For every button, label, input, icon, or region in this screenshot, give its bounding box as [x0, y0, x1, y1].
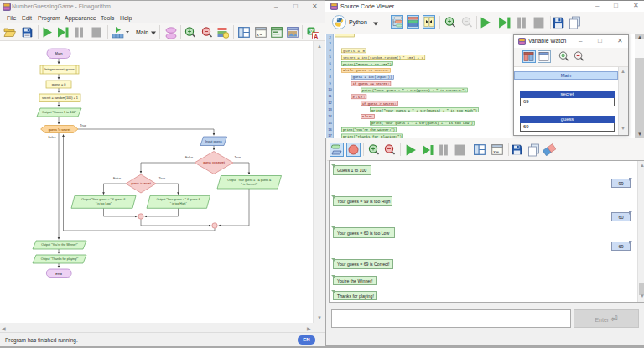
- svg-text:16: 16: [328, 127, 332, 132]
- svg-text:Input guess: Input guess: [205, 140, 222, 143]
- svg-text:7: 7: [329, 68, 331, 72]
- svg-text:if guess > secret:: if guess > secret:: [362, 102, 397, 106]
- svg-text:Output "Your guess = " & guess: Output "Your guess = " & guess &: [81, 198, 126, 201]
- svg-text:" is too High": " is too High": [170, 202, 188, 205]
- svg-text:print("Thanks for playing!"): print("Thanks for playing!"): [343, 135, 402, 138]
- svg-text:" is too Low": " is too Low": [96, 202, 112, 205]
- svg-text:print("Your guess = " + str(gu: print("Your guess = " + str(guess) + " i…: [362, 89, 466, 92]
- svg-text:5: 5: [329, 55, 331, 59]
- svg-text:True: True: [159, 177, 165, 180]
- svg-text:guess = int(input()): guess = int(input()): [352, 75, 392, 79]
- svg-text:False: False: [49, 136, 56, 139]
- svg-text:False: False: [185, 156, 193, 159]
- svg-text:17: 17: [328, 133, 332, 138]
- svg-text:Main: Main: [55, 51, 63, 55]
- svg-text:15: 15: [328, 121, 332, 125]
- svg-text:Output "Thanks for playing!": Output "Thanks for playing!": [41, 257, 79, 261]
- svg-text:while guess != secret:: while guess != secret:: [343, 69, 389, 72]
- svg-text:print("Your guess = " + str(gu: print("Your guess = " + str(guess) + " i…: [371, 122, 473, 125]
- svg-text:print("Your guess = " + str(gu: print("Your guess = " + str(guess) + " i…: [371, 109, 477, 112]
- svg-text:10: 10: [328, 87, 332, 91]
- svg-text:x=: x=: [492, 148, 499, 154]
- svg-text:" is Correct!": " is Correct!": [242, 183, 258, 186]
- svg-text:8: 8: [329, 75, 331, 79]
- svg-text:3: 3: [329, 41, 331, 45]
- svg-text:2: 2: [329, 35, 331, 39]
- svg-text:x=: x=: [256, 31, 262, 37]
- svg-text:guess == secret: guess == secret: [203, 161, 226, 164]
- svg-text:True: True: [80, 124, 86, 127]
- svg-text:secret = int(random.random() *: secret = int(random.random() * 100) + 1: [343, 56, 423, 60]
- svg-text:13: 13: [328, 107, 332, 112]
- svg-text:12: 12: [328, 101, 332, 105]
- svg-text:guess > secret: guess > secret: [131, 182, 152, 185]
- svg-text:False: False: [113, 177, 121, 180]
- svg-text:9: 9: [329, 81, 331, 86]
- svg-text:print("You're the Winner!"): print("You're the Winner!"): [343, 128, 395, 132]
- svg-text:if guess == secret:: if guess == secret:: [352, 82, 389, 86]
- svg-text:4: 4: [329, 48, 331, 52]
- svg-text:Integer secret, guess: Integer secret, guess: [44, 68, 75, 71]
- svg-text:A: A: [314, 33, 318, 39]
- svg-text:else:: else:: [362, 115, 373, 118]
- svg-text:guess != secret: guess != secret: [49, 128, 71, 132]
- svg-text:Output "Your guess = " & guess: Output "Your guess = " & guess &: [157, 198, 201, 201]
- svg-text:11: 11: [328, 94, 332, 98]
- svg-text:Output "Guess 1 to 100": Output "Guess 1 to 100": [42, 111, 77, 114]
- svg-text:14: 14: [328, 114, 332, 118]
- svg-text:6: 6: [329, 61, 331, 65]
- svg-text:guess = 0: guess = 0: [343, 49, 365, 53]
- svg-text:True: True: [235, 156, 241, 159]
- svg-text:End: End: [55, 272, 62, 276]
- svg-text:Output "You're the Winner!": Output "You're the Winner!": [41, 243, 78, 247]
- svg-text:else:: else:: [352, 96, 365, 99]
- svg-text:secret = random(100) + 1: secret = random(100) + 1: [42, 96, 78, 100]
- svg-text:guess = 0: guess = 0: [52, 83, 66, 86]
- svg-text:print("Guess 1 to 100"): print("Guess 1 to 100"): [343, 63, 392, 66]
- svg-text:Output "Your guess = " & guess: Output "Your guess = " & guess &: [227, 179, 272, 182]
